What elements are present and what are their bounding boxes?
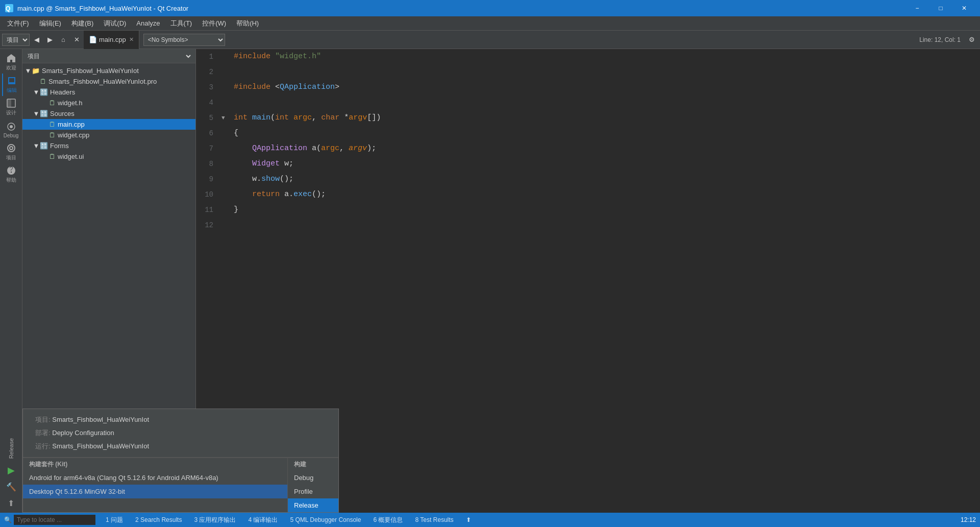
line-content-11: } [232, 202, 980, 218]
status-tab-qml[interactable]: 5 QML Debugger Console [284, 513, 367, 527]
kit-info-header: 项目: Smarts_Fishbowl_HuaWeiYunIot 部署: Dep… [23, 409, 338, 458]
sources-label: Sources [50, 110, 75, 117]
forms-icon: 🔠 [40, 142, 48, 150]
tab-close-button[interactable]: ✕ [129, 36, 134, 43]
forms-label: Forms [50, 142, 69, 150]
tree-widget-cpp[interactable]: 🗒 widget.cpp [22, 130, 195, 140]
home-button[interactable]: ⌂ [57, 34, 69, 46]
tab-main-cpp[interactable]: 📄 main.cpp ✕ [84, 31, 139, 49]
sidebar-project[interactable]: 项目 [2, 141, 20, 163]
line-arrow-3 [222, 80, 232, 95]
kit-section-label: 构建套件 (Kit) [23, 458, 287, 471]
tree-forms-group[interactable]: ▼ 🔠 Forms [22, 140, 195, 151]
nav-back-button[interactable]: ◀ [31, 34, 43, 46]
window-title: main.cpp @ Smarts_Fishbowl_HuaWeiYunIot … [17, 5, 905, 12]
project-select[interactable]: 项目 [2, 34, 30, 46]
tree-widget-ui[interactable]: 🗒 widget.ui [22, 151, 195, 162]
menu-tools[interactable]: 工具(T) [165, 17, 198, 30]
root-icon: 📁 [32, 67, 40, 75]
line-content-6: { [232, 126, 980, 141]
status-bar: 🔍 1 问题 2 Search Results 3 应用程序输出 4 编译输出 … [0, 513, 980, 527]
tree-main-cpp[interactable]: 🗒 main.cpp [22, 119, 195, 130]
symbols-select[interactable]: <No Symbols> [143, 34, 225, 46]
build-release[interactable]: Release [288, 498, 338, 512]
close-button[interactable]: ✕ [952, 0, 976, 16]
status-tab-more[interactable]: ⬆ [460, 513, 477, 527]
settings-button[interactable]: ⚙ [966, 34, 978, 46]
build-debug[interactable]: Debug [288, 471, 338, 485]
tree-pro-file[interactable]: 🗒 Smarts_Fishbowl_HuaWeiYunIot.pro [22, 76, 195, 87]
kit-item-android[interactable]: Android for arm64-v8a (Clang Qt 5.12.6 f… [23, 471, 287, 485]
minimize-button[interactable]: − [905, 0, 929, 16]
root-label: Smarts_Fishbowl_HuaWeiYunIot [42, 67, 139, 75]
sources-arrow: ▼ [33, 110, 40, 117]
menu-controls[interactable]: 控件(W) [197, 17, 231, 30]
build-button[interactable]: 🔨 [2, 479, 20, 494]
app-icon: Q [4, 3, 14, 13]
status-tab-search[interactable]: 2 Search Results [129, 513, 188, 527]
status-tab-compile[interactable]: 4 编译输出 [242, 513, 284, 527]
tree-headers-group[interactable]: ▼ 🔠 Headers [22, 87, 195, 98]
menu-file[interactable]: 文件(F) [2, 17, 34, 30]
line-content-12 [232, 218, 980, 233]
close-doc-button[interactable]: ✕ [70, 34, 83, 46]
line-arrow-11 [222, 202, 232, 218]
sidebar-help[interactable]: 帮助 [2, 163, 20, 186]
widget-cpp-label: widget.cpp [58, 131, 89, 139]
maximize-button[interactable]: □ [929, 0, 952, 16]
menu-analyze[interactable]: Analyze [131, 17, 165, 29]
kit-project-row: 项目: Smarts_Fishbowl_HuaWeiYunIot [29, 413, 332, 426]
tree-project-select[interactable]: 项目 [26, 52, 192, 60]
line-arrow-6 [222, 126, 232, 141]
line-arrow-12 [222, 218, 232, 233]
kit-item-desktop[interactable]: Desktop Qt 5.12.6 MinGW 32-bit [23, 485, 287, 498]
kit-run-row: 运行: Smarts_Fishbowl_HuaWeiYunIot [29, 440, 332, 453]
build-section-label: 构建 [288, 458, 338, 471]
menu-help[interactable]: 帮助(H) [231, 17, 264, 30]
sidebar-help-label: 帮助 [6, 177, 16, 184]
tree-widget-h[interactable]: 🗒 widget.h [22, 98, 195, 108]
pro-label: Smarts_Fishbowl_HuaWeiYunIot.pro [48, 78, 157, 85]
tree-content: ▼ 📁 Smarts_Fishbowl_HuaWeiYunIot 🗒 Smart… [22, 63, 195, 164]
kit-section: 构建套件 (Kit) Android for arm64-v8a (Clang … [23, 458, 338, 512]
tree-root[interactable]: ▼ 📁 Smarts_Fishbowl_HuaWeiYunIot [22, 65, 195, 76]
code-line-7: 7 QApplication a(argc, argv); [196, 141, 980, 156]
status-tab-test[interactable]: 8 Test Results [409, 513, 459, 527]
line-num-12: 12 [196, 218, 222, 233]
sidebar-debug[interactable]: Debug [2, 118, 20, 141]
line-num-1: 1 [196, 49, 222, 64]
run-button[interactable]: ▶ [2, 463, 20, 478]
code-line-6: 6 { [196, 126, 980, 141]
sidebar-project-label: 项目 [6, 154, 16, 161]
left-bottom-panel: Release ▶ 🔨 ⬆ [0, 435, 22, 513]
sidebar-design[interactable]: 设计 [2, 96, 20, 118]
nav-forward-button[interactable]: ▶ [44, 34, 56, 46]
widget-ui-label: widget.ui [58, 153, 84, 160]
deploy-button[interactable]: ⬆ [2, 495, 20, 511]
line-arrow-8 [222, 156, 232, 172]
menu-build[interactable]: 构建(B) [66, 17, 99, 30]
widget-h-label: widget.h [58, 99, 82, 107]
tree-sources-group[interactable]: ▼ 🔠 Sources [22, 108, 195, 119]
line-num-9: 9 [196, 172, 222, 187]
toolbar: 项目 ◀ ▶ ⌂ ✕ 📄 main.cpp ✕ <No Symbols> Lin… [0, 31, 980, 49]
sidebar-welcome[interactable]: 欢迎 [2, 51, 20, 74]
status-tab-app-output[interactable]: 3 应用程序输出 [188, 513, 242, 527]
tab-icon: 📄 [89, 36, 97, 43]
menu-debug[interactable]: 调试(D) [99, 17, 131, 30]
line-num-2: 2 [196, 64, 222, 80]
build-profile[interactable]: Profile [288, 485, 338, 498]
menu-edit[interactable]: 编辑(E) [34, 17, 66, 30]
menu-bar: 文件(F) 编辑(E) 构建(B) 调试(D) Analyze 工具(T) 控件… [0, 16, 980, 31]
code-line-3: 3 #include <QApplication> [196, 80, 980, 95]
status-left: 🔍 [4, 515, 95, 525]
headers-icon: 🔠 [40, 88, 48, 96]
status-tab-issues[interactable]: 1 问题 [100, 513, 129, 527]
line-content-8: Widget w; [232, 156, 980, 172]
status-tab-summary[interactable]: 6 概要信息 [367, 513, 409, 527]
line-arrow-5: ▼ [222, 110, 232, 126]
sidebar-edit[interactable]: 编辑 [2, 74, 20, 96]
kit-list: 构建套件 (Kit) Android for arm64-v8a (Clang … [23, 458, 287, 512]
locate-search-input[interactable] [14, 515, 95, 525]
tab-label: main.cpp [99, 36, 126, 43]
